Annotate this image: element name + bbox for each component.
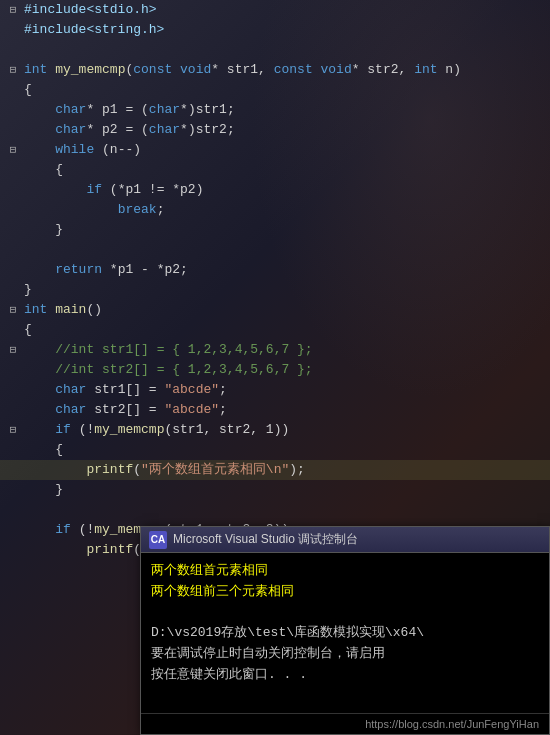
line-content: return *p1 - *p2;: [20, 260, 550, 280]
line-content: {: [20, 440, 550, 460]
line-content: //int str2[] = { 1,2,3,4,5,6,7 };: [20, 360, 550, 380]
line-content: char* p1 = (char*)str1;: [20, 100, 550, 120]
code-line-12: }: [0, 220, 550, 240]
vs-icon: CA: [149, 531, 167, 549]
code-line-24: printf("两个数组首元素相同\n");: [0, 460, 550, 480]
console-line-6: 按任意键关闭此窗口. . .: [151, 665, 539, 686]
collapse-btn[interactable]: ⊟: [6, 300, 20, 320]
collapse-btn[interactable]: ⊟: [6, 0, 20, 20]
line-content: #include<string.h>: [20, 20, 550, 40]
console-footer-url: https://blog.csdn.net/JunFengYiHan: [365, 718, 539, 730]
console-line-1: 两个数组首元素相同: [151, 561, 539, 582]
line-content: [20, 500, 550, 520]
code-line-15: }: [0, 280, 550, 300]
code-line-10: if (*p1 != *p2): [0, 180, 550, 200]
code-line-19: //int str2[] = { 1,2,3,4,5,6,7 };: [0, 360, 550, 380]
code-line-14: return *p1 - *p2;: [0, 260, 550, 280]
code-line-3: [0, 40, 550, 60]
code-line-7: char* p2 = (char*)str2;: [0, 120, 550, 140]
line-content: //int str1[] = { 1,2,3,4,5,6,7 };: [20, 340, 550, 360]
console-line-4: D:\vs2019存放\test\库函数模拟实现\x64\: [151, 623, 539, 644]
code-line-8: ⊟ while (n--): [0, 140, 550, 160]
line-content: }: [20, 220, 550, 240]
collapse-btn[interactable]: ⊟: [6, 340, 20, 360]
code-line-1: ⊟#include<stdio.h>: [0, 0, 550, 20]
line-content: int my_memcmp(const void* str1, const vo…: [20, 60, 550, 80]
line-content: char str1[] = "abcde";: [20, 380, 550, 400]
code-line-6: char* p1 = (char*)str1;: [0, 100, 550, 120]
line-content: [20, 40, 550, 60]
collapse-btn[interactable]: ⊟: [6, 140, 20, 160]
code-line-16: ⊟int main(): [0, 300, 550, 320]
console-footer: https://blog.csdn.net/JunFengYiHan: [141, 713, 549, 734]
line-content: }: [20, 480, 550, 500]
line-content: if (*p1 != *p2): [20, 180, 550, 200]
collapse-btn[interactable]: ⊟: [6, 60, 20, 80]
line-content: {: [20, 160, 550, 180]
code-line-18: ⊟ //int str1[] = { 1,2,3,4,5,6,7 };: [0, 340, 550, 360]
line-content: printf("两个数组首元素相同\n");: [20, 460, 550, 480]
collapse-btn[interactable]: ⊟: [6, 420, 20, 440]
console-line-5: 要在调试停止时自动关闭控制台，请启用: [151, 644, 539, 665]
console-line-3: [151, 603, 539, 624]
code-line-13: [0, 240, 550, 260]
line-content: {: [20, 80, 550, 100]
console-output: 两个数组首元素相同 两个数组前三个元素相同 D:\vs2019存放\test\库…: [151, 561, 539, 686]
line-content: while (n--): [20, 140, 550, 160]
console-title: Microsoft Visual Studio 调试控制台: [173, 531, 358, 548]
line-content: }: [20, 280, 550, 300]
code-line-23: {: [0, 440, 550, 460]
code-line-22: ⊟ if (!my_memcmp(str1, str2, 1)): [0, 420, 550, 440]
line-content: char str2[] = "abcde";: [20, 400, 550, 420]
code-line-5: {: [0, 80, 550, 100]
line-content: int main(): [20, 300, 550, 320]
console-line-2: 两个数组前三个元素相同: [151, 582, 539, 603]
line-content: #include<stdio.h>: [20, 0, 550, 20]
line-content: char* p2 = (char*)str2;: [20, 120, 550, 140]
console-titlebar: CA Microsoft Visual Studio 调试控制台: [141, 527, 549, 553]
console-window[interactable]: CA Microsoft Visual Studio 调试控制台 两个数组首元素…: [140, 526, 550, 735]
line-content: if (!my_memcmp(str1, str2, 1)): [20, 420, 550, 440]
line-content: [20, 240, 550, 260]
code-line-2: #include<string.h>: [0, 20, 550, 40]
console-body: 两个数组首元素相同 两个数组前三个元素相同 D:\vs2019存放\test\库…: [141, 553, 549, 713]
code-line-26: [0, 500, 550, 520]
line-content: break;: [20, 200, 550, 220]
line-content: {: [20, 320, 550, 340]
code-line-4: ⊟int my_memcmp(const void* str1, const v…: [0, 60, 550, 80]
code-editor: ⊟#include<stdio.h> #include<string.h> ⊟i…: [0, 0, 550, 560]
code-line-25: }: [0, 480, 550, 500]
code-line-11: break;: [0, 200, 550, 220]
code-line-17: {: [0, 320, 550, 340]
code-line-20: char str1[] = "abcde";: [0, 380, 550, 400]
code-line-9: {: [0, 160, 550, 180]
code-line-21: char str2[] = "abcde";: [0, 400, 550, 420]
